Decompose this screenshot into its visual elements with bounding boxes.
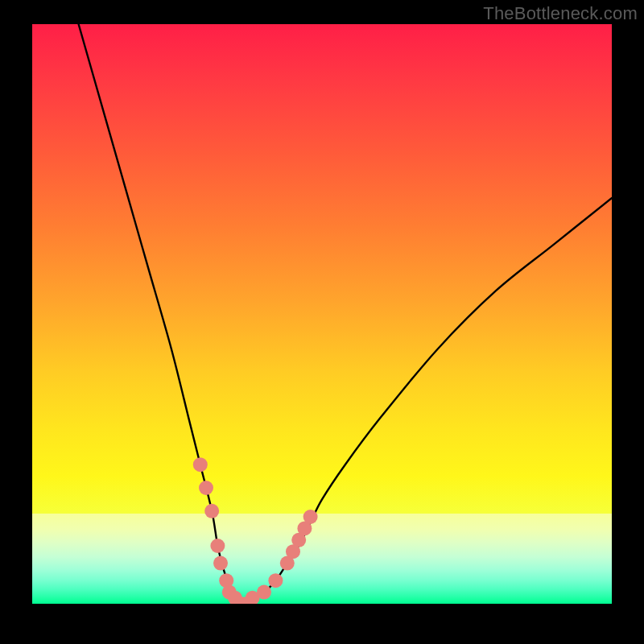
data-marker [204,504,219,518]
bottleneck-curve [79,24,612,604]
data-marker [199,481,213,495]
data-marker [303,510,318,524]
watermark-text: TheBottleneck.com [483,3,638,24]
data-marker [210,539,225,553]
chart-svg [32,24,612,604]
chart-container [32,24,612,604]
data-marker [193,457,208,472]
data-marker [213,556,228,571]
data-marker [268,573,283,588]
data-markers [193,457,318,604]
data-marker [257,585,271,600]
